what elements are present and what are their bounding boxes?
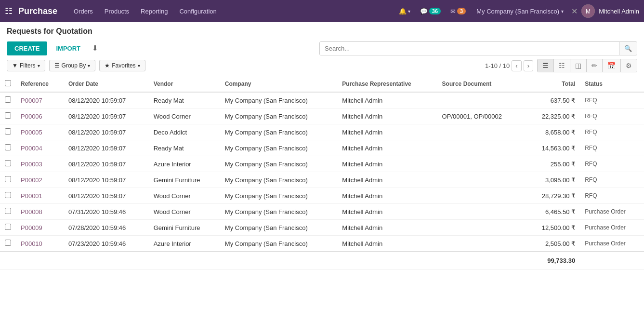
row-vendor: Ready Mat xyxy=(149,140,220,156)
table-header: Reference Order Date Vendor Company Purc… xyxy=(0,76,644,92)
messages-btn[interactable]: ✉ 3 xyxy=(447,6,469,17)
col-reference[interactable]: Reference xyxy=(16,76,64,92)
grid-view-btn[interactable]: ◫ xyxy=(570,59,587,72)
filters-button[interactable]: ▼ Filters ▾ xyxy=(7,60,45,71)
grid-icon[interactable]: ☷ xyxy=(5,6,13,16)
company-selector[interactable]: My Company (San Francisco) ▾ xyxy=(473,6,567,17)
row-checkbox[interactable] xyxy=(0,92,16,108)
favorites-button[interactable]: ★ Favorites ▾ xyxy=(99,60,145,71)
row-rep: Mitchell Admin xyxy=(337,108,437,124)
nav-reporting[interactable]: Reporting xyxy=(136,5,172,18)
avatar: M xyxy=(581,4,595,18)
row-total: 14,563.00 ₹ xyxy=(526,140,580,156)
svg-text:M: M xyxy=(586,8,591,15)
row-order-date: 08/12/2020 10:59:07 xyxy=(64,108,149,124)
pagination-prev[interactable]: ‹ xyxy=(512,60,521,71)
row-checkbox[interactable] xyxy=(0,124,16,140)
chart-view-btn[interactable]: ✏ xyxy=(587,59,603,72)
row-vendor: Azure Interior xyxy=(149,236,220,252)
nav-orders[interactable]: Orders xyxy=(69,5,98,18)
row-reference[interactable]: P00009 xyxy=(16,220,64,236)
col-status[interactable]: Status xyxy=(580,76,644,92)
row-checkbox[interactable] xyxy=(0,140,16,156)
row-select-checkbox[interactable] xyxy=(5,240,11,246)
favorites-label: Favorites xyxy=(112,62,135,69)
row-checkbox[interactable] xyxy=(0,236,16,252)
row-select-checkbox[interactable] xyxy=(5,192,11,198)
row-order-date: 08/12/2020 10:59:07 xyxy=(64,124,149,140)
row-select-checkbox[interactable] xyxy=(5,224,11,230)
chat-btn[interactable]: 💬 36 xyxy=(417,6,444,17)
row-status: RFQ xyxy=(580,124,644,140)
top-navigation: ☷ Purchase Orders Products Reporting Con… xyxy=(0,0,644,22)
row-reference[interactable]: P00001 xyxy=(16,188,64,204)
row-source: OP/00001, OP/00002 xyxy=(437,108,526,124)
search-input[interactable] xyxy=(320,42,619,55)
row-total: 8,658.00 ₹ xyxy=(526,124,580,140)
col-total[interactable]: Total xyxy=(526,76,580,92)
notifications-btn[interactable]: 🔔 ▾ xyxy=(396,6,413,17)
row-checkbox[interactable] xyxy=(0,204,16,220)
row-total: 637.50 ₹ xyxy=(526,92,580,108)
col-order-date[interactable]: Order Date xyxy=(64,76,149,92)
close-icon[interactable]: ✕ xyxy=(571,7,578,16)
favorites-chevron: ▾ xyxy=(138,63,140,68)
row-select-checkbox[interactable] xyxy=(5,112,11,119)
groupby-button[interactable]: ☰ Group By ▾ xyxy=(49,60,96,71)
row-checkbox[interactable] xyxy=(0,188,16,204)
row-select-checkbox[interactable] xyxy=(5,176,11,182)
row-reference[interactable]: P00004 xyxy=(16,140,64,156)
row-checkbox[interactable] xyxy=(0,156,16,172)
row-reference[interactable]: P00007 xyxy=(16,92,64,108)
row-reference[interactable]: P00005 xyxy=(16,124,64,140)
settings-view-btn[interactable]: ⚙ xyxy=(621,59,637,72)
row-company: My Company (San Francisco) xyxy=(220,124,338,140)
grand-total-status xyxy=(580,252,644,270)
row-reference[interactable]: P00003 xyxy=(16,156,64,172)
row-status: RFQ xyxy=(580,188,644,204)
groupby-icon: ☰ xyxy=(54,62,60,69)
view-switcher: ☰ ☷ ◫ ✏ 📅 ⚙ xyxy=(537,59,637,72)
row-select-checkbox[interactable] xyxy=(5,96,11,103)
row-select-checkbox[interactable] xyxy=(5,128,11,135)
page-title: Requests for Quotation xyxy=(7,27,637,36)
create-button[interactable]: CREATE xyxy=(7,41,47,55)
pagination-next[interactable]: › xyxy=(524,60,533,71)
import-button[interactable]: IMPORT xyxy=(51,41,85,55)
user-name[interactable]: Mitchell Admin xyxy=(599,8,639,15)
row-checkbox[interactable] xyxy=(0,220,16,236)
col-purchase-rep[interactable]: Purchase Representative xyxy=(337,76,437,92)
search-icon[interactable]: 🔍 xyxy=(619,42,637,55)
row-select-checkbox[interactable] xyxy=(5,208,11,214)
row-select-checkbox[interactable] xyxy=(5,144,11,150)
row-select-checkbox[interactable] xyxy=(5,160,11,166)
row-company: My Company (San Francisco) xyxy=(220,172,338,188)
nav-configuration[interactable]: Configuration xyxy=(174,5,221,18)
row-reference[interactable]: P00008 xyxy=(16,204,64,220)
row-order-date: 08/12/2020 10:59:07 xyxy=(64,92,149,108)
row-company: My Company (San Francisco) xyxy=(220,236,338,252)
row-reference[interactable]: P00006 xyxy=(16,108,64,124)
col-vendor[interactable]: Vendor xyxy=(149,76,220,92)
row-checkbox[interactable] xyxy=(0,172,16,188)
row-reference[interactable]: P00010 xyxy=(16,236,64,252)
row-checkbox[interactable] xyxy=(0,108,16,124)
records-table: Reference Order Date Vendor Company Purc… xyxy=(0,76,644,270)
row-source xyxy=(437,172,526,188)
nav-products[interactable]: Products xyxy=(100,5,134,18)
groupby-label: Group By xyxy=(62,62,86,69)
msg-badge: 3 xyxy=(457,8,466,14)
table-row: P00003 08/12/2020 10:59:07 Azure Interio… xyxy=(0,156,644,172)
calendar-view-btn[interactable]: 📅 xyxy=(603,59,621,72)
list-view-btn[interactable]: ☰ xyxy=(538,59,554,72)
row-order-date: 08/12/2020 10:59:07 xyxy=(64,172,149,188)
kanban-view-btn[interactable]: ☷ xyxy=(554,59,570,72)
main-menu: Orders Products Reporting Configuration xyxy=(69,5,222,18)
download-button[interactable]: ⬇ xyxy=(89,40,101,56)
col-source-doc[interactable]: Source Document xyxy=(437,76,526,92)
row-reference[interactable]: P00002 xyxy=(16,172,64,188)
col-company[interactable]: Company xyxy=(220,76,338,92)
row-order-date: 07/23/2020 10:59:46 xyxy=(64,236,149,252)
select-all-checkbox[interactable] xyxy=(5,80,11,86)
row-order-date: 07/31/2020 10:59:46 xyxy=(64,204,149,220)
